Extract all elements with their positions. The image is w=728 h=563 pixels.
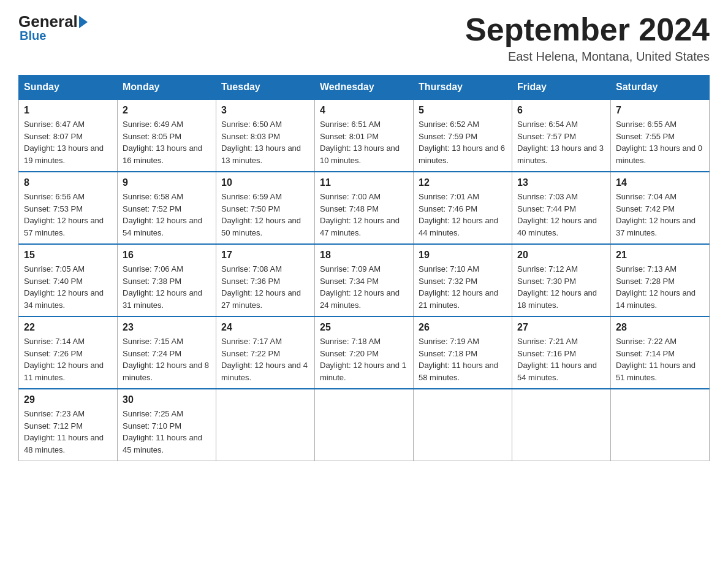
page-title: September 2024 <box>465 12 710 47</box>
week-row-5: 29 Sunrise: 7:23 AMSunset: 7:12 PMDaylig… <box>19 389 710 461</box>
day-info: Sunrise: 6:50 AMSunset: 8:03 PMDaylight:… <box>221 118 309 166</box>
day-number: 26 <box>419 322 507 333</box>
day-number: 14 <box>616 177 704 188</box>
logo-blue-label: Blue <box>18 29 46 43</box>
logo-arrow-icon <box>79 16 88 28</box>
header-wednesday: Wednesday <box>315 75 414 100</box>
day-number: 6 <box>517 105 605 116</box>
day-info: Sunrise: 7:22 AMSunset: 7:14 PMDaylight:… <box>616 335 704 383</box>
week-row-4: 22 Sunrise: 7:14 AMSunset: 7:26 PMDaylig… <box>19 316 710 389</box>
day-number: 27 <box>517 322 605 333</box>
day-info: Sunrise: 7:17 AMSunset: 7:22 PMDaylight:… <box>221 335 309 383</box>
table-cell: 28 Sunrise: 7:22 AMSunset: 7:14 PMDaylig… <box>611 316 710 389</box>
header-tuesday: Tuesday <box>216 75 315 100</box>
table-cell: 17 Sunrise: 7:08 AMSunset: 7:36 PMDaylig… <box>216 244 315 316</box>
day-number: 29 <box>24 394 112 405</box>
day-info: Sunrise: 7:19 AMSunset: 7:18 PMDaylight:… <box>419 335 507 383</box>
day-info: Sunrise: 7:04 AMSunset: 7:42 PMDaylight:… <box>616 191 704 239</box>
table-cell: 16 Sunrise: 7:06 AMSunset: 7:38 PMDaylig… <box>118 244 216 316</box>
table-cell <box>611 389 710 461</box>
location-subtitle: East Helena, Montana, United States <box>465 50 710 64</box>
header-sunday: Sunday <box>19 75 118 100</box>
day-number: 21 <box>616 250 704 261</box>
day-number: 30 <box>123 394 211 405</box>
day-number: 22 <box>24 322 112 333</box>
day-info: Sunrise: 7:23 AMSunset: 7:12 PMDaylight:… <box>24 408 112 456</box>
table-cell: 3 Sunrise: 6:50 AMSunset: 8:03 PMDayligh… <box>216 99 315 172</box>
day-info: Sunrise: 7:01 AMSunset: 7:46 PMDaylight:… <box>419 191 507 239</box>
day-info: Sunrise: 6:59 AMSunset: 7:50 PMDaylight:… <box>221 191 309 239</box>
day-number: 3 <box>221 105 309 116</box>
day-info: Sunrise: 7:03 AMSunset: 7:44 PMDaylight:… <box>517 191 605 239</box>
day-number: 25 <box>320 322 408 333</box>
table-cell: 14 Sunrise: 7:04 AMSunset: 7:42 PMDaylig… <box>611 172 710 244</box>
logo: General Blue <box>18 12 90 43</box>
day-number: 7 <box>616 105 704 116</box>
week-row-2: 8 Sunrise: 6:56 AMSunset: 7:53 PMDayligh… <box>19 172 710 244</box>
table-cell: 27 Sunrise: 7:21 AMSunset: 7:16 PMDaylig… <box>512 316 611 389</box>
table-cell: 24 Sunrise: 7:17 AMSunset: 7:22 PMDaylig… <box>216 316 315 389</box>
day-info: Sunrise: 6:55 AMSunset: 7:55 PMDaylight:… <box>616 118 704 166</box>
day-number: 24 <box>221 322 309 333</box>
day-number: 12 <box>419 177 507 188</box>
day-number: 9 <box>123 177 211 188</box>
day-number: 8 <box>24 177 112 188</box>
calendar-header-row: Sunday Monday Tuesday Wednesday Thursday… <box>19 75 710 100</box>
day-number: 10 <box>221 177 309 188</box>
calendar-table: Sunday Monday Tuesday Wednesday Thursday… <box>18 75 710 461</box>
week-row-3: 15 Sunrise: 7:05 AMSunset: 7:40 PMDaylig… <box>19 244 710 316</box>
day-info: Sunrise: 6:58 AMSunset: 7:52 PMDaylight:… <box>123 191 211 239</box>
day-info: Sunrise: 7:12 AMSunset: 7:30 PMDaylight:… <box>517 263 605 311</box>
table-cell: 30 Sunrise: 7:25 AMSunset: 7:10 PMDaylig… <box>118 389 216 461</box>
table-cell: 6 Sunrise: 6:54 AMSunset: 7:57 PMDayligh… <box>512 99 611 172</box>
day-info: Sunrise: 6:52 AMSunset: 7:59 PMDaylight:… <box>419 118 507 166</box>
table-cell: 23 Sunrise: 7:15 AMSunset: 7:24 PMDaylig… <box>118 316 216 389</box>
day-info: Sunrise: 7:18 AMSunset: 7:20 PMDaylight:… <box>320 335 408 383</box>
table-cell <box>216 389 315 461</box>
week-row-1: 1 Sunrise: 6:47 AMSunset: 8:07 PMDayligh… <box>19 99 710 172</box>
table-cell: 8 Sunrise: 6:56 AMSunset: 7:53 PMDayligh… <box>19 172 118 244</box>
day-number: 19 <box>419 250 507 261</box>
table-cell: 9 Sunrise: 6:58 AMSunset: 7:52 PMDayligh… <box>118 172 216 244</box>
table-cell: 25 Sunrise: 7:18 AMSunset: 7:20 PMDaylig… <box>315 316 414 389</box>
table-cell <box>512 389 611 461</box>
day-number: 5 <box>419 105 507 116</box>
table-cell: 15 Sunrise: 7:05 AMSunset: 7:40 PMDaylig… <box>19 244 118 316</box>
day-number: 1 <box>24 105 112 116</box>
table-cell <box>315 389 414 461</box>
day-info: Sunrise: 6:49 AMSunset: 8:05 PMDaylight:… <box>123 118 211 166</box>
day-info: Sunrise: 6:47 AMSunset: 8:07 PMDaylight:… <box>24 118 112 166</box>
day-info: Sunrise: 7:08 AMSunset: 7:36 PMDaylight:… <box>221 263 309 311</box>
table-cell: 21 Sunrise: 7:13 AMSunset: 7:28 PMDaylig… <box>611 244 710 316</box>
table-cell: 2 Sunrise: 6:49 AMSunset: 8:05 PMDayligh… <box>118 99 216 172</box>
table-cell: 7 Sunrise: 6:55 AMSunset: 7:55 PMDayligh… <box>611 99 710 172</box>
day-info: Sunrise: 7:25 AMSunset: 7:10 PMDaylight:… <box>123 408 211 456</box>
day-number: 4 <box>320 105 408 116</box>
day-number: 28 <box>616 322 704 333</box>
table-cell: 13 Sunrise: 7:03 AMSunset: 7:44 PMDaylig… <box>512 172 611 244</box>
day-info: Sunrise: 7:15 AMSunset: 7:24 PMDaylight:… <box>123 335 211 383</box>
day-info: Sunrise: 7:10 AMSunset: 7:32 PMDaylight:… <box>419 263 507 311</box>
day-info: Sunrise: 7:13 AMSunset: 7:28 PMDaylight:… <box>616 263 704 311</box>
day-info: Sunrise: 7:14 AMSunset: 7:26 PMDaylight:… <box>24 335 112 383</box>
title-area: September 2024 East Helena, Montana, Uni… <box>465 12 710 64</box>
table-cell: 20 Sunrise: 7:12 AMSunset: 7:30 PMDaylig… <box>512 244 611 316</box>
day-number: 11 <box>320 177 408 188</box>
day-info: Sunrise: 7:21 AMSunset: 7:16 PMDaylight:… <box>517 335 605 383</box>
day-number: 16 <box>123 250 211 261</box>
table-cell: 4 Sunrise: 6:51 AMSunset: 8:01 PMDayligh… <box>315 99 414 172</box>
table-cell: 5 Sunrise: 6:52 AMSunset: 7:59 PMDayligh… <box>414 99 512 172</box>
table-cell: 26 Sunrise: 7:19 AMSunset: 7:18 PMDaylig… <box>414 316 512 389</box>
table-cell: 10 Sunrise: 6:59 AMSunset: 7:50 PMDaylig… <box>216 172 315 244</box>
day-info: Sunrise: 7:00 AMSunset: 7:48 PMDaylight:… <box>320 191 408 239</box>
day-number: 17 <box>221 250 309 261</box>
table-cell: 18 Sunrise: 7:09 AMSunset: 7:34 PMDaylig… <box>315 244 414 316</box>
header-thursday: Thursday <box>414 75 512 100</box>
day-number: 20 <box>517 250 605 261</box>
table-cell: 29 Sunrise: 7:23 AMSunset: 7:12 PMDaylig… <box>19 389 118 461</box>
page-header: General Blue September 2024 East Helena,… <box>18 12 710 64</box>
header-saturday: Saturday <box>611 75 710 100</box>
day-info: Sunrise: 6:54 AMSunset: 7:57 PMDaylight:… <box>517 118 605 166</box>
day-info: Sunrise: 6:51 AMSunset: 8:01 PMDaylight:… <box>320 118 408 166</box>
header-friday: Friday <box>512 75 611 100</box>
